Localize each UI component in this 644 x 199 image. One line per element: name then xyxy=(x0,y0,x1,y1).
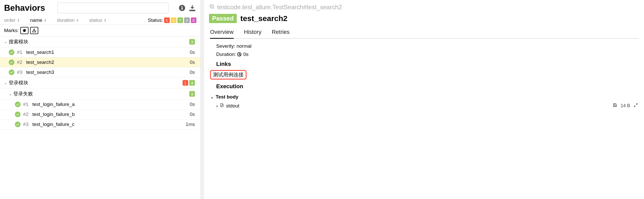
test-body-toggle[interactable]: ⌄ Test body xyxy=(210,92,632,101)
download-icon[interactable] xyxy=(188,4,196,12)
mark-flaky-icon[interactable] xyxy=(20,27,29,34)
svg-rect-7 xyxy=(210,5,213,7)
chevron-down-icon: ⌄ xyxy=(4,81,9,85)
status-skipped-badge[interactable]: 0 xyxy=(184,17,190,23)
status-badge: Passed xyxy=(209,14,237,23)
status-failed-badge[interactable]: 0 xyxy=(171,17,176,23)
chevron-down-icon: ⌄ xyxy=(9,92,13,96)
page-title: Behaviors xyxy=(4,3,45,13)
check-icon xyxy=(15,122,21,127)
svg-point-1 xyxy=(182,6,183,7)
svg-rect-2 xyxy=(182,7,183,10)
expand-icon[interactable] xyxy=(634,103,638,108)
clock-icon xyxy=(237,52,241,56)
breadcrumb: testcode.test_allure.TestSearch#test_sea… xyxy=(217,4,342,11)
tab-history[interactable]: History xyxy=(244,27,261,38)
check-icon xyxy=(15,112,21,117)
info-icon[interactable] xyxy=(178,4,186,12)
count-badge: 3 xyxy=(189,39,195,45)
tree-item[interactable]: #2 test_login_failure_b 0s xyxy=(0,110,201,120)
copy-icon[interactable] xyxy=(209,4,215,11)
status-unknown-badge[interactable]: 0 xyxy=(191,17,196,23)
sort-order[interactable]: order▲▼ xyxy=(4,17,20,23)
count-badge: 4 xyxy=(189,80,195,86)
links-header: Links xyxy=(216,61,632,67)
mark-newfailed-icon[interactable] xyxy=(30,27,38,34)
sort-name[interactable]: name▲▼ xyxy=(30,17,46,23)
chevron-down-icon: ⌄ xyxy=(210,94,214,100)
svg-rect-6 xyxy=(211,5,214,8)
check-icon xyxy=(9,49,14,55)
tree-item[interactable]: #3 test_search3 0s xyxy=(0,67,201,77)
save-icon[interactable] xyxy=(613,103,617,108)
file-icon xyxy=(220,103,224,109)
execution-header: Execution xyxy=(216,83,632,90)
tree-item[interactable]: #1 test_login_failure_a 0s xyxy=(0,99,201,110)
tab-overview[interactable]: Overview xyxy=(210,27,234,39)
search-input[interactable] xyxy=(58,3,168,13)
marks-label: Marks: xyxy=(4,28,19,33)
tree-group[interactable]: ⌄ 搜索模块 3 xyxy=(0,36,201,47)
tab-retries[interactable]: Retries xyxy=(272,27,290,38)
test-link[interactable]: 测试用例连接 xyxy=(210,70,247,79)
tree-group[interactable]: ⌄ 登录模块 14 xyxy=(0,77,201,88)
count-badge: 1 xyxy=(183,80,188,86)
attachment-size: 14 B xyxy=(621,103,630,108)
status-passed-badge[interactable]: 7 xyxy=(177,17,183,23)
count-badge: 3 xyxy=(189,91,195,97)
svg-rect-4 xyxy=(34,30,34,31)
status-broken-badge[interactable]: 1 xyxy=(164,17,170,23)
test-title: test_search2 xyxy=(240,14,287,23)
scrollbar[interactable] xyxy=(201,0,204,199)
tree-item[interactable]: #1 test_search1 0s xyxy=(0,47,201,57)
check-icon xyxy=(9,59,14,65)
tree-item[interactable]: #3 test_login_failure_c 1ms xyxy=(0,120,201,130)
attachment-name[interactable]: stdout xyxy=(226,103,239,109)
status-label: Status: xyxy=(148,17,163,23)
severity-line: Severity: normal xyxy=(216,43,632,49)
check-icon xyxy=(9,69,14,75)
svg-rect-5 xyxy=(34,31,34,32)
tree-item[interactable]: #2 test_search2 0s xyxy=(0,57,201,67)
sort-status[interactable]: status▲▼ xyxy=(89,17,107,23)
chevron-down-icon: ⌄ xyxy=(4,40,9,44)
tree-subgroup[interactable]: ⌄ 登录失败 3 xyxy=(0,88,201,99)
check-icon xyxy=(15,102,21,107)
sort-duration[interactable]: duration▲▼ xyxy=(57,17,79,23)
chevron-right-icon: › xyxy=(216,103,218,109)
duration-line: Duration: 0s xyxy=(216,52,632,57)
